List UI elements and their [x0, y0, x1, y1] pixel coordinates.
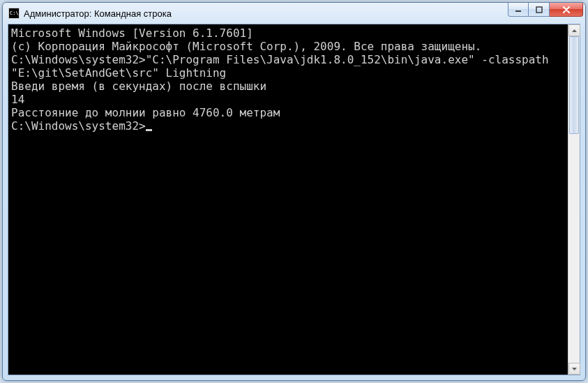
maximize-button[interactable] — [529, 3, 550, 17]
console-frame: Microsoft Windows [Version 6.1.7601](c) … — [8, 24, 580, 375]
window-title: Администратор: Командная строка — [24, 8, 508, 19]
console-line: Введи время (в секундах) после вспышки — [11, 80, 566, 93]
console-line: (c) Корпорация Майкрософт (Microsoft Cor… — [11, 40, 566, 53]
cursor — [146, 129, 152, 131]
console-line: C:\Windows\system32>"C:\Program Files\Ja… — [11, 53, 566, 80]
app-icon: C:\ — [8, 8, 20, 19]
vertical-scrollbar[interactable] — [568, 24, 580, 375]
close-button[interactable] — [550, 3, 583, 17]
console-line: Microsoft Windows [Version 6.1.7601] — [11, 27, 566, 40]
console-output[interactable]: Microsoft Windows [Version 6.1.7601](c) … — [8, 24, 568, 375]
svg-text:C:\: C:\ — [10, 10, 19, 16]
console-prompt-line: C:\Windows\system32> — [11, 119, 566, 133]
scroll-up-button[interactable] — [568, 24, 580, 36]
command-prompt-window: C:\ Администратор: Командная строка Micr… — [2, 2, 586, 381]
window-controls — [508, 3, 585, 24]
prompt-text: C:\Windows\system32> — [11, 119, 146, 133]
console-line: 14 — [11, 93, 566, 106]
scroll-thumb[interactable] — [569, 36, 579, 134]
svg-rect-3 — [515, 10, 521, 12]
titlebar[interactable]: C:\ Администратор: Командная строка — [3, 3, 585, 24]
console-line: Расстояние до молнии равно 4760.0 метрам — [11, 106, 566, 119]
scroll-down-button[interactable] — [568, 363, 580, 375]
minimize-button[interactable] — [508, 3, 529, 17]
svg-rect-4 — [536, 7, 542, 13]
